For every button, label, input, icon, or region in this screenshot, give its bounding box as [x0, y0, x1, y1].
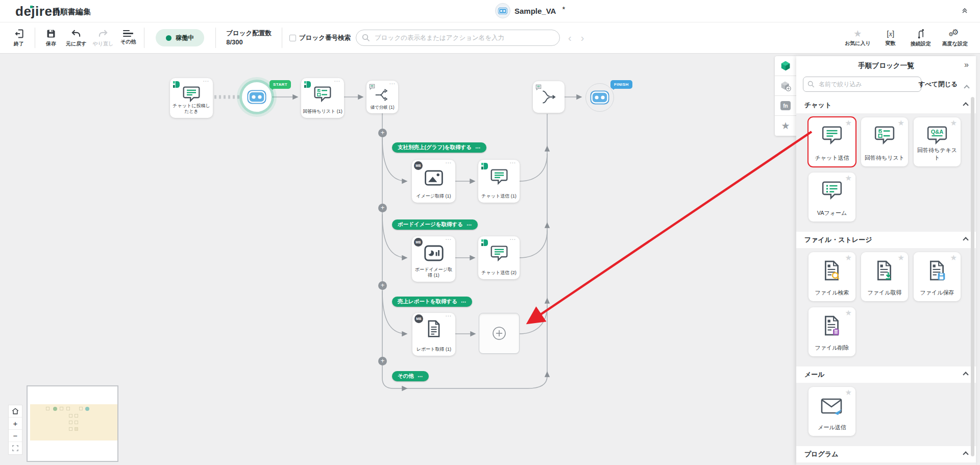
node-label: イメージ取得 (1)	[413, 193, 454, 200]
more-button[interactable]: その他	[116, 25, 140, 51]
branch-label-1[interactable]: 支社別売上(グラフ)を取得する ⋯	[392, 142, 486, 153]
branch-menu-button[interactable]: ⋯	[418, 374, 423, 379]
favorite-star-icon[interactable]: ★	[845, 253, 852, 262]
minimap[interactable]	[27, 385, 118, 462]
add-branch-button[interactable]: +	[378, 204, 387, 212]
node-menu-button[interactable]: ⋯	[509, 236, 516, 243]
branch-menu-button[interactable]: ⋯	[467, 222, 472, 228]
favorite-star-icon[interactable]: ★	[845, 118, 852, 128]
zoom-in-button[interactable]: +	[9, 418, 22, 430]
section-chat[interactable]: チャット	[796, 97, 976, 113]
favorite-star-icon[interactable]: ★	[845, 388, 852, 397]
svg-text:Q&A: Q&A	[931, 129, 944, 135]
favorite-star-icon[interactable]: ★	[845, 308, 852, 317]
node-chat-trigger[interactable]: ⋯ チャットに投稿したとき	[170, 78, 213, 118]
block-card-chat-send[interactable]: ★ チャット送信	[808, 117, 855, 166]
section-program[interactable]: プログラム	[796, 446, 976, 462]
section-mail[interactable]: メール	[796, 366, 976, 383]
tab-functions[interactable]: fn	[775, 96, 796, 116]
prev-result-button[interactable]: ‹	[568, 32, 572, 44]
favorite-star-icon[interactable]: ★	[898, 253, 904, 262]
robot-icon	[590, 90, 610, 105]
next-result-button[interactable]: ›	[581, 32, 584, 44]
block-card-file-search[interactable]: ★ ファイル検索	[808, 252, 855, 301]
search-icon	[807, 81, 815, 88]
node-menu-button[interactable]: ⋯	[334, 78, 340, 85]
node-menu-button[interactable]: ⋯	[389, 80, 396, 87]
minimap-node	[75, 414, 78, 418]
add-block-icon	[492, 326, 506, 340]
fit-view-button[interactable]	[9, 442, 22, 454]
redo-button[interactable]: やり直し	[89, 25, 116, 51]
tab-favorites[interactable]: ★	[775, 116, 796, 136]
node-label: チャット送信 (2)	[480, 270, 518, 276]
favorite-star-icon[interactable]: ★	[950, 253, 957, 262]
exit-label: 終了	[14, 40, 24, 47]
mail-send-icon	[821, 398, 843, 418]
branch-menu-button[interactable]: ⋯	[475, 145, 481, 151]
finish-robot-node[interactable]	[585, 83, 614, 112]
node-menu-button[interactable]: ⋯	[445, 236, 452, 243]
save-button[interactable]: 保存	[39, 25, 63, 51]
close-all-sections-button[interactable]: すべて閉じる	[919, 80, 958, 89]
add-branch-button[interactable]: +	[378, 357, 387, 365]
node-menu-button[interactable]: ⋯	[203, 78, 209, 85]
chat-bubble-icon	[490, 168, 508, 187]
start-robot-node[interactable]	[242, 82, 272, 112]
block-number-search-checkbox[interactable]	[289, 35, 296, 41]
block-card-file-delete[interactable]: ★ ファイル削除	[808, 307, 855, 356]
section-mail-cards: ★ メール送信	[796, 383, 976, 446]
block-count: ブロック配置数 8/300	[226, 29, 272, 47]
branch-label-2[interactable]: ボードイメージを取得する ⋯	[392, 219, 478, 230]
node-chat-send-2[interactable]: ⋯ チャット送信 (2)	[478, 236, 520, 279]
node-value-branch[interactable]: ⋯ 値で分岐 (1)	[366, 81, 398, 113]
block-card-wait-list[interactable]: ★ 回答待ちリスト	[861, 117, 908, 166]
add-branch-button[interactable]: +	[378, 129, 387, 137]
node-menu-button[interactable]: ⋯	[445, 312, 452, 320]
branch-label-else[interactable]: その他 ⋯	[392, 371, 429, 381]
chevron-up-icon[interactable]	[965, 83, 969, 92]
node-report-get[interactable]: MB ⋯ レポート取得 (1)	[412, 313, 455, 356]
minimap-node	[69, 414, 72, 418]
tab-blocks[interactable]	[775, 56, 796, 76]
connection-settings-button[interactable]: 接続設定	[908, 25, 934, 52]
node-image-get[interactable]: MB ⋯ イメージ取得 (1)	[412, 160, 455, 203]
block-card-va-form[interactable]: ★ VAフォーム	[808, 173, 855, 222]
favorite-star-icon[interactable]: ★	[898, 118, 904, 128]
advanced-settings-button[interactable]: ⚙⚙ 高度な設定	[939, 25, 971, 52]
undo-button[interactable]: 元に戻す	[63, 25, 89, 51]
favorite-star-icon[interactable]: ★	[950, 118, 957, 128]
add-branch-button[interactable]: +	[378, 281, 387, 290]
block-card-file-get[interactable]: ★ ファイル取得	[861, 252, 908, 301]
collapse-header-button[interactable]	[961, 6, 969, 16]
section-file-storage[interactable]: ファイル・ストレージ	[796, 232, 976, 248]
block-filter-input[interactable]	[803, 77, 921, 92]
node-merge[interactable]	[533, 81, 565, 113]
app-header: dejiren 手順書編集 Sample_VA *	[0, 0, 980, 22]
zoom-out-button[interactable]: −	[9, 430, 22, 442]
block-card-wait-text[interactable]: ★ Q&A 回答待ちテキスト	[914, 117, 961, 166]
panel-scrollbar[interactable]	[971, 97, 974, 456]
variables-button[interactable]: [x] 変数	[879, 25, 902, 52]
node-menu-button[interactable]: ⋯	[509, 159, 516, 166]
empty-drop-target-node[interactable]	[479, 313, 520, 354]
exit-button[interactable]: 終了	[7, 25, 31, 51]
merge-icon	[541, 90, 557, 106]
block-search-input[interactable]	[356, 30, 560, 46]
tab-custom-blocks[interactable]	[775, 76, 796, 96]
panel-collapse-button[interactable]: »	[964, 60, 969, 69]
branch-label-3[interactable]: 売上レポートを取得する ⋯	[392, 297, 472, 307]
node-board-image-get[interactable]: MB ⋯ ボードイメージ取得 (1)	[412, 236, 455, 282]
branch-menu-button[interactable]: ⋯	[461, 299, 467, 305]
favorite-star-icon[interactable]: ★	[845, 174, 852, 183]
home-view-button[interactable]	[9, 405, 22, 418]
node-label: チャットに投稿したとき	[172, 103, 211, 115]
node-wait-list[interactable]: ⋯ 回答待ちリスト (1)	[301, 78, 344, 118]
node-chat-send-1[interactable]: ⋯ チャット送信 (1)	[478, 160, 520, 203]
node-menu-button[interactable]: ⋯	[445, 159, 452, 166]
block-card-mail-send[interactable]: ★ メール送信	[808, 387, 855, 436]
separator	[144, 28, 144, 48]
panel-header: 手順ブロック一覧 »	[796, 56, 976, 76]
block-card-file-save[interactable]: ★ ファイル保存	[914, 252, 961, 301]
favorites-button[interactable]: ★ お気に入り	[842, 25, 874, 52]
